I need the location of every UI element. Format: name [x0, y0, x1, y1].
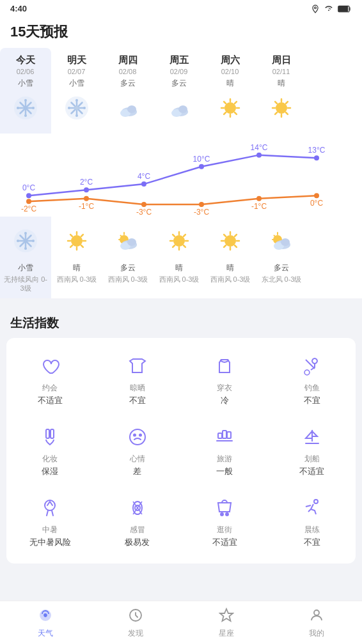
battery-icon [338, 5, 352, 13]
index-name-1: 晾晒 [130, 383, 145, 394]
svg-point-132 [226, 513, 228, 516]
time: 4:40 [10, 4, 27, 13]
index-item-中暑[interactable]: 中暑 无中暑风险 [6, 486, 94, 557]
forecast-card: 今天 02/06 小雪 明天 02/07 小雪 [0, 48, 362, 298]
svg-point-21 [75, 106, 79, 110]
index-name-7: 划船 [304, 454, 320, 464]
weather-icon-bottom-5 [267, 227, 295, 255]
day-col-bottom-3: 晴 西南风 0-3级 [153, 217, 205, 298]
svg-rect-120 [46, 429, 49, 438]
day-col-top-0: 今天 02/06 小雪 [0, 48, 51, 134]
svg-marker-136 [220, 609, 233, 621]
nav-icon-weather [38, 608, 53, 627]
nav-item-发现[interactable]: 发现 [91, 601, 182, 644]
svg-text:10°C: 10°C [193, 155, 210, 164]
svg-point-18 [75, 114, 78, 117]
index-icon-sun_stroke [37, 495, 63, 521]
day-col-bottom-2: 多云 西南风 0-3级 [102, 217, 153, 298]
index-item-穿衣[interactable]: 穿衣 冷 [181, 344, 269, 415]
nav-item-天气[interactable]: 天气 [0, 601, 91, 644]
index-value-3: 不宜 [304, 395, 320, 406]
svg-text:14°C: 14°C [251, 143, 268, 152]
svg-text:0°C: 0°C [22, 183, 35, 192]
index-name-4: 化妆 [42, 454, 58, 464]
index-icon-tshirt [125, 353, 150, 379]
svg-line-84 [70, 234, 72, 236]
index-item-划船[interactable]: 划船 不适宜 [269, 415, 356, 486]
day-condition-bottom-1: 晴 [73, 263, 81, 273]
index-item-晾晒[interactable]: 晾晒 不宜 [94, 344, 182, 415]
svg-point-0 [315, 6, 317, 8]
weather-icon-bottom-2 [114, 227, 142, 255]
svg-line-109 [224, 234, 226, 236]
svg-line-91 [121, 236, 122, 237]
index-value-8: 无中暑风险 [29, 537, 71, 548]
index-name-10: 逛街 [217, 525, 232, 535]
day-name-1: 明天 [67, 54, 86, 66]
svg-rect-125 [218, 433, 222, 438]
day-col-bottom-4: 晴 西南风 0-3级 [205, 217, 256, 298]
weather-icon-bottom-4 [216, 227, 244, 255]
section-title: 生活指数 [0, 305, 362, 338]
index-item-晨练[interactable]: 晨练 不宜 [269, 486, 356, 557]
index-item-心情[interactable]: 心情 差 [94, 415, 182, 486]
svg-line-35 [235, 102, 237, 103]
svg-point-20 [83, 107, 86, 109]
index-name-8: 中暑 [42, 525, 58, 535]
day-condition-bottom-0: 小雪 [18, 263, 33, 273]
index-value-5: 差 [133, 466, 141, 477]
index-item-约会[interactable]: 约会 不适宜 [6, 344, 94, 415]
top-row: 今天 02/06 小雪 明天 02/07 小雪 [0, 48, 345, 134]
bottom-row: 小雪 无持续风向 0-3级 晴 西南风 0-3级 多云 西南风 0 [0, 217, 345, 298]
index-item-感冒[interactable]: 感冒 极易发 [94, 486, 182, 557]
nav-label-发现: 发现 [128, 628, 143, 639]
index-item-旅游[interactable]: 旅游 一般 [181, 415, 269, 486]
day-col-bottom-5: 多云 东北风 0-3级 [256, 217, 307, 298]
index-name-11: 晨练 [304, 525, 320, 535]
bottom-nav: 天气 发现 星座 我的 [0, 601, 362, 644]
main-content: 4:40 15天预报 [0, 0, 362, 615]
index-item-逛街[interactable]: 逛街 不适宜 [181, 486, 269, 557]
svg-point-19 [68, 107, 70, 109]
forecast-scroll[interactable]: 今天 02/06 小雪 明天 02/07 小雪 [0, 48, 362, 298]
svg-point-48 [84, 187, 89, 192]
nav-label-星座: 星座 [219, 628, 234, 639]
index-item-化妆[interactable]: 化妆 保湿 [6, 415, 94, 486]
index-icon-heart [37, 353, 63, 379]
index-value-11: 不宜 [304, 537, 320, 548]
index-icon-exercise [299, 495, 325, 521]
chart-area: 0°C2°C4°C10°C14°C13°C-2°C-1°C-3°C-3°C-1°… [0, 134, 345, 217]
day-date-3: 02/09 [170, 68, 188, 75]
svg-rect-126 [223, 431, 226, 438]
svg-line-45 [275, 112, 277, 114]
index-name-2: 穿衣 [217, 383, 232, 394]
index-name-9: 感冒 [130, 525, 145, 535]
svg-text:2°C: 2°C [80, 178, 93, 187]
svg-point-134 [44, 614, 47, 617]
nav-label-天气: 天气 [38, 628, 53, 639]
day-condition-top-4: 晴 [226, 78, 234, 89]
index-name-0: 约会 [42, 383, 58, 394]
day-condition-top-1: 小雪 [69, 78, 84, 89]
nav-item-星座[interactable]: 星座 [181, 601, 272, 644]
svg-point-10 [17, 107, 19, 109]
svg-line-43 [286, 112, 288, 114]
weather-icon-bottom-0 [12, 227, 40, 255]
day-col-bottom-0: 小雪 无持续风向 0-3级 [0, 217, 51, 298]
weather-icon-top-4 [216, 94, 244, 122]
weather-icon-top-0 [12, 94, 40, 122]
svg-line-112 [224, 245, 226, 247]
day-col-bottom-1: 晴 西南风 0-3级 [51, 217, 102, 298]
wifi-icon [324, 5, 334, 13]
day-date-1: 02/07 [68, 68, 86, 75]
day-date-0: 02/06 [17, 68, 35, 75]
index-value-4: 保湿 [42, 466, 58, 477]
index-name-5: 心情 [130, 454, 145, 464]
day-col-top-3: 周五 02/09 多云 [153, 48, 205, 134]
svg-text:-2°C: -2°C [21, 204, 36, 213]
indices-card: 约会 不适宜 晾晒 不宜 穿衣 冷 钓鱼 不宜 化妆 保湿 心情 差 旅游 一般… [6, 338, 356, 564]
index-value-7: 不适宜 [299, 466, 324, 477]
index-item-钓鱼[interactable]: 钓鱼 不宜 [269, 344, 356, 415]
nav-item-我的[interactable]: 我的 [272, 601, 363, 644]
day-condition-top-2: 多云 [120, 78, 136, 89]
